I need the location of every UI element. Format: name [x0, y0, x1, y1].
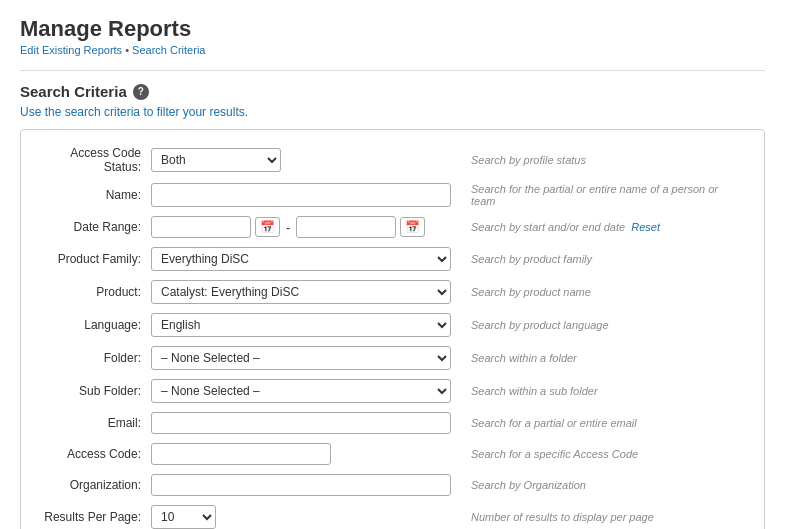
date-separator: -	[284, 220, 292, 235]
search-criteria-box: Access Code Status: Both Active Inactive…	[20, 129, 765, 529]
date-range-control: 📅 - 📅	[151, 216, 451, 238]
product-control: Catalyst: Everything DiSC	[151, 280, 451, 304]
folder-control: – None Selected –	[151, 346, 451, 370]
sub-folder-hint: Search within a sub folder	[471, 385, 598, 397]
calendar-from-icon: 📅	[260, 220, 275, 234]
folder-select[interactable]: – None Selected –	[151, 346, 451, 370]
access-code-hint: Search for a specific Access Code	[471, 448, 638, 460]
sub-folder-select[interactable]: – None Selected –	[151, 379, 451, 403]
language-hint: Search by product language	[471, 319, 609, 331]
email-label: Email:	[41, 416, 151, 430]
language-control: English	[151, 313, 451, 337]
access-code-status-row: Access Code Status: Both Active Inactive…	[41, 146, 744, 174]
folder-row: Folder: – None Selected – Search within …	[41, 346, 744, 370]
sub-folder-label: Sub Folder:	[41, 384, 151, 398]
name-input[interactable]	[151, 183, 451, 207]
folder-label: Folder:	[41, 351, 151, 365]
date-range-inputs: 📅 - 📅	[151, 216, 425, 238]
date-to-calendar-button[interactable]: 📅	[400, 217, 425, 237]
breadcrumb: Edit Existing Reports • Search Criteria	[20, 44, 765, 56]
name-row: Name: Search for the partial or entire n…	[41, 183, 744, 207]
name-control	[151, 183, 451, 207]
organization-label: Organization:	[41, 478, 151, 492]
organization-input[interactable]	[151, 474, 451, 496]
name-label: Name:	[41, 188, 151, 202]
results-per-page-row: Results Per Page: 10 25 50 100 Number of…	[41, 505, 744, 529]
email-control	[151, 412, 451, 434]
help-icon[interactable]: ?	[133, 84, 149, 100]
email-input[interactable]	[151, 412, 451, 434]
page-title: Manage Reports	[20, 16, 765, 42]
product-select[interactable]: Catalyst: Everything DiSC	[151, 280, 451, 304]
date-range-row: Date Range: 📅 - 📅 Search by start and/or…	[41, 216, 744, 238]
product-family-label: Product Family:	[41, 252, 151, 266]
date-from-input[interactable]	[151, 216, 251, 238]
organization-row: Organization: Search by Organization	[41, 474, 744, 496]
language-label: Language:	[41, 318, 151, 332]
date-range-label: Date Range:	[41, 220, 151, 234]
results-per-page-label: Results Per Page:	[41, 510, 151, 524]
access-code-row: Access Code: Search for a specific Acces…	[41, 443, 744, 465]
date-from-calendar-button[interactable]: 📅	[255, 217, 280, 237]
name-hint: Search for the partial or entire name of…	[471, 183, 744, 207]
title-divider	[20, 70, 765, 71]
access-code-status-select[interactable]: Both Active Inactive	[151, 148, 281, 172]
results-per-page-control: 10 25 50 100	[151, 505, 451, 529]
product-hint: Search by product name	[471, 286, 591, 298]
info-text: Use the search criteria to filter your r…	[20, 105, 765, 119]
access-code-label: Access Code:	[41, 447, 151, 461]
date-range-hint: Search by start and/or end date Reset	[471, 221, 660, 233]
organization-hint: Search by Organization	[471, 479, 586, 491]
product-family-control: Everything DiSC	[151, 247, 451, 271]
product-family-select[interactable]: Everything DiSC	[151, 247, 451, 271]
language-row: Language: English Search by product lang…	[41, 313, 744, 337]
breadcrumb-link-edit[interactable]: Edit Existing Reports	[20, 44, 122, 56]
breadcrumb-sep: •	[122, 44, 132, 56]
sub-folder-control: – None Selected –	[151, 379, 451, 403]
product-family-row: Product Family: Everything DiSC Search b…	[41, 247, 744, 271]
results-per-page-select[interactable]: 10 25 50 100	[151, 505, 216, 529]
breadcrumb-link-search[interactable]: Search Criteria	[132, 44, 205, 56]
sub-folder-row: Sub Folder: – None Selected – Search wit…	[41, 379, 744, 403]
results-per-page-hint: Number of results to display per page	[471, 511, 654, 523]
date-to-input[interactable]	[296, 216, 396, 238]
organization-control	[151, 474, 451, 496]
access-code-status-hint: Search by profile status	[471, 154, 586, 166]
email-row: Email: Search for a partial or entire em…	[41, 412, 744, 434]
folder-hint: Search within a folder	[471, 352, 577, 364]
access-code-status-control: Both Active Inactive	[151, 148, 451, 172]
email-hint: Search for a partial or entire email	[471, 417, 637, 429]
access-code-status-label: Access Code Status:	[41, 146, 151, 174]
product-family-hint: Search by product family	[471, 253, 592, 265]
section-title-text: Search Criteria	[20, 83, 127, 100]
date-reset-link[interactable]: Reset	[631, 221, 660, 233]
calendar-to-icon: 📅	[405, 220, 420, 234]
product-label: Product:	[41, 285, 151, 299]
language-select[interactable]: English	[151, 313, 451, 337]
access-code-input[interactable]	[151, 443, 331, 465]
product-row: Product: Catalyst: Everything DiSC Searc…	[41, 280, 744, 304]
section-title-row: Search Criteria ?	[20, 83, 765, 100]
access-code-control	[151, 443, 451, 465]
